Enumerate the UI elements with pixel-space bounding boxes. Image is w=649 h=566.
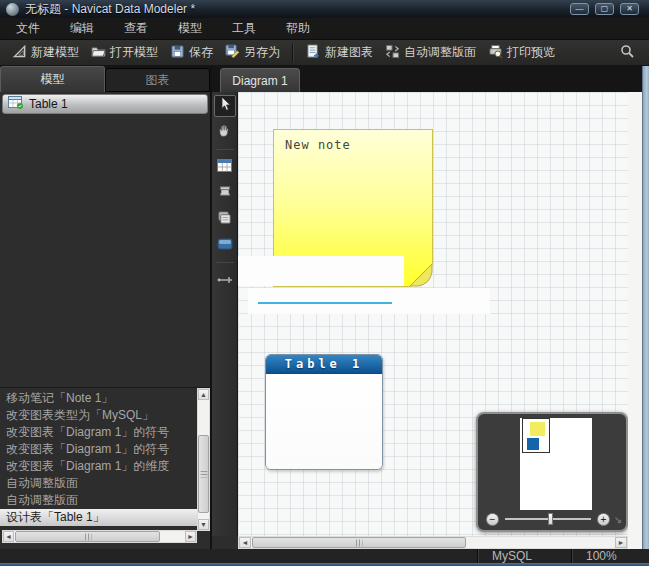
app-window: 无标题 - Navicat Data Modeler * — ▢ ✕ 文件 编辑… (0, 0, 649, 566)
toolbar: 新建模型 打开模型 保存 另存为 新建图表 自动调整版面 打印预览 (0, 40, 649, 66)
palette-separator (216, 149, 234, 150)
zoom-in-button[interactable]: + (597, 513, 610, 526)
close-button[interactable]: ✕ (620, 3, 639, 15)
menu-bar: 文件 编辑 查看 模型 工具 帮助 (0, 18, 649, 40)
tool-palette (212, 92, 238, 536)
label-icon (217, 236, 233, 254)
zoom-slider-track[interactable] (505, 518, 591, 520)
scroll-up-icon[interactable]: ▲ (198, 389, 209, 400)
overview-panel[interactable]: − + ↘ (476, 412, 628, 532)
canvas-hscroll-thumb[interactable] (252, 537, 466, 548)
history-hscroll-thumb[interactable] (15, 531, 160, 542)
history-item[interactable]: 移动笔记「Note 1」 (0, 390, 197, 407)
menu-help[interactable]: 帮助 (272, 17, 324, 40)
new-model-button[interactable]: 新建模型 (6, 42, 85, 64)
save-as-icon (225, 44, 240, 62)
note-tool[interactable] (214, 208, 236, 230)
model-tree: Table 1 (0, 92, 210, 387)
zoom-slider-thumb[interactable] (548, 513, 553, 525)
menu-tools[interactable]: 工具 (218, 17, 270, 40)
canvas-hscrollbar[interactable]: ◄ ► (238, 536, 628, 549)
left-panel: 模型 图表 Table 1 移动笔记「Note 1」 改变图表类型为「MySQL… (0, 66, 212, 549)
scroll-down-icon[interactable]: ▼ (198, 519, 209, 530)
note-text: New note (285, 138, 351, 152)
status-db-type: MySQL (477, 549, 571, 563)
diagram-canvas[interactable]: New note Table 1 − (238, 92, 628, 536)
table-grid-icon (217, 158, 232, 176)
diagram-tab-bar: Diagram 1 (212, 66, 642, 92)
menu-file[interactable]: 文件 (2, 17, 54, 40)
palette-separator (216, 262, 234, 263)
foreign-key-tool[interactable] (214, 182, 236, 204)
history-item[interactable]: 改变图表类型为「MySQL」 (0, 407, 197, 424)
new-table-tool[interactable] (214, 156, 236, 178)
scroll-left-icon[interactable]: ◄ (3, 531, 14, 542)
resize-handle-icon[interactable]: ↘ (610, 514, 626, 525)
scroll-left-icon[interactable]: ◄ (239, 537, 251, 548)
save-button[interactable]: 保存 (164, 42, 219, 64)
relation-tool[interactable] (214, 269, 236, 291)
diagram-area: Diagram 1 New note (212, 66, 642, 549)
scrollbar-gutter (628, 92, 642, 549)
overview-viewport[interactable] (522, 418, 550, 453)
censored-patch (248, 288, 490, 314)
table-shape-title: Table 1 (266, 355, 382, 374)
app-icon (6, 3, 19, 16)
hand-tool[interactable] (214, 121, 236, 143)
toolbar-separator (292, 44, 294, 62)
history-hscrollbar[interactable]: ◄ ► (2, 530, 197, 543)
history-vscroll-thumb[interactable] (198, 435, 209, 513)
table-shape[interactable]: Table 1 (265, 354, 383, 470)
history-vscrollbar[interactable]: ▲ ▼ (197, 388, 210, 531)
overview-table-swatch (527, 438, 539, 450)
overview-zoom-slider: − + ↘ (478, 508, 626, 530)
auto-layout-icon (385, 44, 400, 62)
status-zoom-level: 100% (571, 549, 649, 563)
censored-underline (258, 302, 392, 304)
print-preview-button[interactable]: 打印预览 (482, 42, 561, 64)
auto-layout-button[interactable]: 自动调整版面 (379, 42, 482, 64)
save-as-button[interactable]: 另存为 (219, 42, 286, 64)
minimize-button[interactable]: — (570, 3, 589, 15)
tab-model[interactable]: 模型 (0, 66, 105, 92)
tab-diagram[interactable]: 图表 (105, 68, 210, 92)
history-item[interactable]: 改变图表「Diagram 1」的符号 (0, 424, 197, 441)
notes-icon (217, 210, 232, 229)
label-tool[interactable] (214, 234, 236, 256)
print-preview-icon (488, 44, 503, 62)
scroll-right-icon[interactable]: ► (185, 531, 196, 542)
tab-diagram1[interactable]: Diagram 1 (220, 68, 300, 92)
table-shape-body (266, 374, 382, 470)
title-bar: 无标题 - Navicat Data Modeler * — ▢ ✕ (0, 0, 649, 18)
window-border-right (642, 66, 649, 563)
menu-model[interactable]: 模型 (164, 17, 216, 40)
search-icon[interactable] (619, 43, 643, 63)
maximize-button[interactable]: ▢ (595, 3, 614, 15)
status-bar: MySQL 100% (0, 549, 649, 563)
menu-view[interactable]: 查看 (110, 17, 162, 40)
new-diagram-button[interactable]: 新建图表 (300, 42, 379, 64)
open-model-button[interactable]: 打开模型 (85, 42, 164, 64)
folder-icon (91, 44, 106, 62)
history-item-selected[interactable]: 设计表「Table 1」 (0, 509, 197, 526)
history-item[interactable]: 自动调整版面 (0, 475, 197, 492)
censored-patch (238, 256, 404, 286)
tree-item-table1[interactable]: Table 1 (2, 94, 208, 114)
zoom-out-button[interactable]: − (486, 513, 499, 526)
left-panel-tabs: 模型 图表 (0, 66, 210, 92)
new-diagram-icon (306, 44, 321, 62)
history-item[interactable]: 改变图表「Diagram 1」的符号 (0, 441, 197, 458)
history-item[interactable]: 自动调整版面 (0, 492, 197, 509)
pointer-icon (217, 96, 233, 116)
hand-icon (217, 123, 232, 142)
table-icon (8, 96, 24, 112)
pointer-tool[interactable] (214, 95, 236, 117)
history-panel: 移动笔记「Note 1」 改变图表类型为「MySQL」 改变图表「Diagram… (0, 387, 210, 530)
connector-icon (217, 271, 233, 289)
new-model-icon (12, 44, 27, 62)
history-item[interactable]: 改变图表「Diagram 1」的维度 (0, 458, 197, 475)
menu-edit[interactable]: 编辑 (56, 17, 108, 40)
scroll-right-icon[interactable]: ► (615, 537, 627, 548)
save-icon (170, 44, 185, 62)
note-fold-corner (409, 263, 433, 287)
